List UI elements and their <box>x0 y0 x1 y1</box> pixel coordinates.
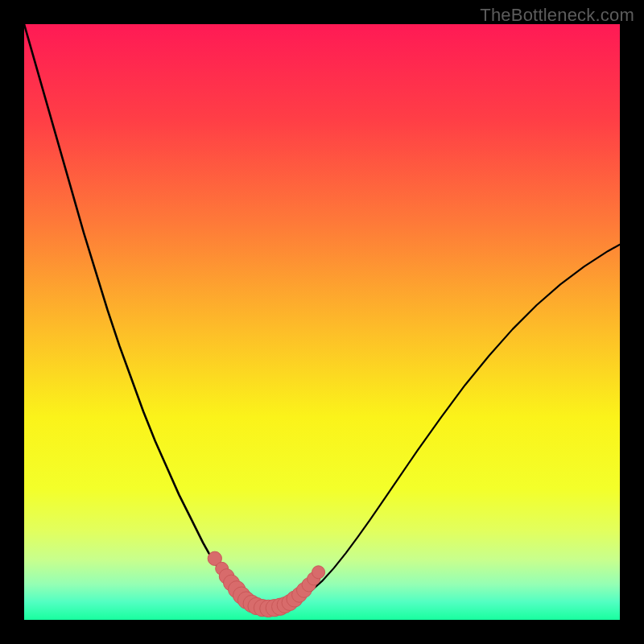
svg-point-21 <box>312 566 325 579</box>
data-markers <box>208 551 324 617</box>
plot-area <box>24 24 620 620</box>
chart-frame: TheBottleneck.com <box>0 0 644 644</box>
watermark-text: TheBottleneck.com <box>480 5 634 26</box>
left-curve <box>24 24 257 606</box>
plot-curves <box>24 24 620 620</box>
right-curve <box>287 245 620 607</box>
